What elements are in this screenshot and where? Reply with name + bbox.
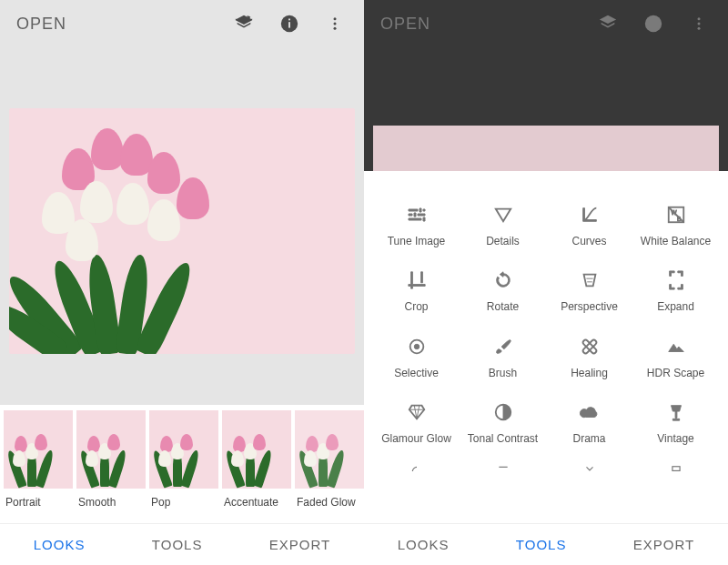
nav-looks[interactable]: LOOKS [398,537,450,552]
bottom-nav: LOOKS TOOLS EXPORT [0,523,364,565]
lamp-icon [663,399,689,425]
tool-label: Rotate [487,300,519,313]
wb-icon: WB [663,202,689,227]
more-icon[interactable] [322,11,348,36]
tool-label: Vintage [657,432,693,445]
looks-thumbnails: Portrait Smooth [0,405,364,523]
tool-label: Tonal Contrast [468,432,538,445]
tool-label: Drama [572,432,605,445]
tool-crop[interactable]: Crop [373,260,460,322]
cloud-icon [577,399,602,425]
perspective-icon [577,267,602,293]
brush-icon [490,334,516,359]
look-accentuate[interactable]: Accentuate [222,410,291,509]
svg-point-14 [414,344,420,349]
expand-icon [663,267,689,293]
tool-label: White Balance [641,235,711,247]
dimmed-preview [364,47,728,171]
nav-tools[interactable]: TOOLS [516,537,567,552]
rotate-icon [490,267,516,293]
tool-curves[interactable]: Curves [546,195,632,257]
look-label: Smooth [76,496,146,509]
partial-icon [490,459,516,471]
tool-tonal-contrast[interactable]: Tonal Contrast [460,392,546,454]
partial-icon [577,459,602,471]
tool-label: Perspective [561,300,618,313]
sliders-icon [404,202,430,227]
open-button[interactable]: OPEN [380,15,430,34]
tool-label: Tune Image [388,235,446,247]
more-icon[interactable] [686,11,712,36]
info-icon[interactable] [277,11,302,36]
top-bar: OPEN [364,0,728,47]
svg-rect-1 [288,22,290,27]
panel-right: OPEN Tune Image Details C [364,0,728,565]
mountains-icon [663,334,689,359]
svg-text:B: B [676,216,680,222]
svg-point-7 [698,17,701,20]
tool-healing[interactable]: Healing [546,327,632,388]
look-faded-glow[interactable]: Faded Glow [295,410,364,509]
svg-text:W: W [671,209,677,216]
nav-looks[interactable]: LOOKS [34,537,86,552]
svg-point-3 [334,17,337,20]
bottom-nav: LOOKS TOOLS EXPORT [364,523,728,565]
svg-point-9 [698,27,701,30]
look-label: Faded Glow [295,496,364,509]
tool-vintage[interactable]: Vintage [632,392,719,454]
target-icon [404,334,430,359]
tool-label: Brush [489,367,517,379]
look-label: Portrait [4,496,73,509]
tool-hdr-scape[interactable]: HDR Scape [632,327,719,388]
triangle-down-icon [490,202,516,227]
tools-row-partial [373,459,719,471]
tool-expand[interactable]: Expand [632,260,719,322]
tool-label: Healing [571,367,608,379]
tool-tune-image[interactable]: Tune Image [373,195,460,257]
tool-label: Selective [394,367,439,379]
diamond-icon [404,399,430,425]
svg-rect-2 [288,19,290,21]
look-label: Pop [149,496,218,509]
tool-selective[interactable]: Selective [373,327,460,388]
look-portrait[interactable]: Portrait [4,410,73,509]
svg-point-6 [645,15,662,32]
tool-details[interactable]: Details [460,195,546,257]
tool-label: Glamour Glow [381,432,451,445]
open-button[interactable]: OPEN [16,15,66,34]
look-pop[interactable]: Pop [149,410,218,509]
stacks-icon[interactable] [231,11,257,36]
svg-point-5 [334,27,337,30]
info-icon[interactable] [641,11,666,36]
crop-icon [404,267,430,293]
tool-label: Curves [571,235,606,247]
tool-label: Expand [657,300,694,313]
tool-drama[interactable]: Drama [546,392,632,454]
panel-left: OPEN [0,0,364,565]
contrast-icon [490,399,516,425]
partial-icon [404,459,430,471]
nav-export[interactable]: EXPORT [269,537,330,552]
tool-label: Crop [404,300,428,313]
tool-label: HDR Scape [647,367,704,379]
bandage-icon [577,334,602,359]
tool-label: Details [486,235,520,247]
curves-icon [577,202,602,227]
top-bar: OPEN [0,0,364,47]
tool-brush[interactable]: Brush [460,327,546,388]
stacks-icon[interactable] [595,11,621,36]
nav-export[interactable]: EXPORT [633,537,694,552]
svg-point-8 [698,23,701,25]
preview-image[interactable] [9,108,355,354]
look-label: Accentuate [222,496,291,509]
tool-white-balance[interactable]: WB White Balance [632,195,719,257]
svg-point-4 [334,23,337,25]
tool-perspective[interactable]: Perspective [546,260,632,322]
svg-rect-18 [672,466,679,470]
image-preview-area [0,47,364,405]
tool-glamour-glow[interactable]: Glamour Glow [373,392,460,454]
nav-tools[interactable]: TOOLS [152,537,203,552]
tools-panel: Tune Image Details Curves WB White Balan… [364,171,728,523]
look-smooth[interactable]: Smooth [76,410,146,509]
tool-rotate[interactable]: Rotate [460,260,546,322]
